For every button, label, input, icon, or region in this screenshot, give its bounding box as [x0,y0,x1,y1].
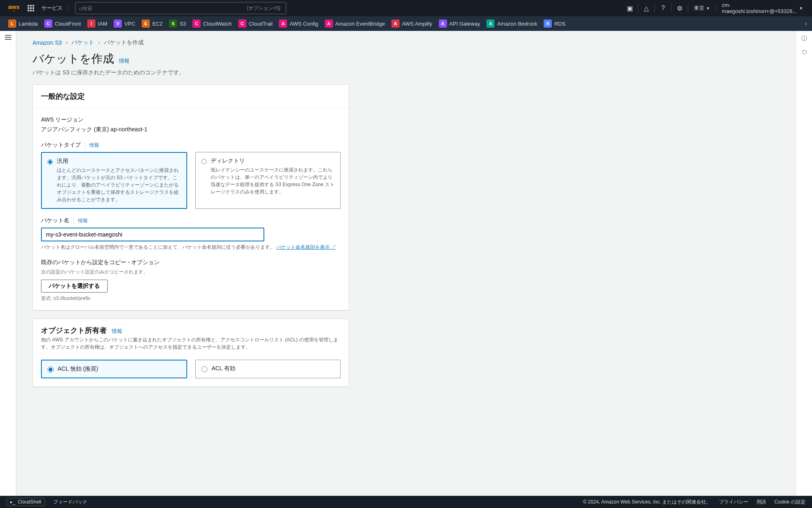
hamburger-icon [5,35,11,496]
shortcuts-scroll-right[interactable]: › [800,16,812,31]
service-icon: A [279,20,287,28]
services-menu-icon[interactable] [26,5,36,11]
bucket-type-general-desc: ほとんどのユースケースとアクセスパターンに推奨されます。汎用バケットが元の S3… [57,167,181,203]
page-title: バケットを作成 [32,51,114,67]
services-menu[interactable]: サービス [39,4,65,12]
account-menu[interactable]: cm-maegoshi.toshinori+@+53326...▼ [718,2,807,14]
help-icon[interactable]: ? [657,2,669,15]
service-shortcut[interactable]: AAPI Gateway [436,18,484,29]
service-icon: E [142,20,150,28]
bucket-type-directory-desc: 低レイテンシーのユースケースに推奨されます。これらのバケットは、単一のアベイラビ… [211,166,335,195]
acl-disabled-option[interactable]: ACL 無効 (推奨) [41,360,187,378]
service-label: CloudWatch [203,21,231,27]
bucket-type-general[interactable]: 汎用 ほとんどのユースケースとアクセスパターンに推奨されます。汎用バケットが元の… [41,152,187,209]
right-rail: ⓘ ⬡ [796,31,812,496]
settings-icon[interactable]: ⚙ [673,2,686,15]
service-icon: V [114,20,122,28]
service-shortcut[interactable]: CCloudTrail [235,18,276,29]
copy-settings-sub: 次の設定のバケット設定のみがコピーされます。 [41,269,341,276]
acl-disabled-title: ACL 無効 (推奨) [58,365,98,373]
service-icon: L [8,20,16,28]
service-label: CloudFront [55,21,81,27]
bucket-name-info[interactable]: 情報 [73,217,88,224]
select-bucket-button[interactable]: バケットを選択する [41,280,108,293]
service-label: Amazon EventBridge [335,21,385,27]
service-icon: C [238,20,246,28]
bucket-type-directory-radio[interactable] [201,158,207,165]
general-heading: 一般的な設定 [41,91,341,101]
acl-disabled-radio[interactable] [48,367,54,373]
search-icon: ⌕ [79,5,82,11]
service-shortcut[interactable]: IIAM [84,18,110,29]
bucket-type-general-radio[interactable] [48,159,53,165]
service-shortcut[interactable]: AAWS Config [276,18,321,29]
service-shortcut[interactable]: AAWS Amplify [388,18,436,29]
service-label: IAM [98,21,107,27]
bucket-type-general-title: 汎用 [57,158,181,165]
service-shortcut[interactable]: LLambda [5,18,41,29]
breadcrumb-buckets[interactable]: バケット [71,39,94,46]
chevron-right-icon: › [98,40,100,46]
region-selector[interactable]: 東京▼ [690,4,714,12]
naming-rules-link[interactable]: バケット命名規則を表示 ↗ [276,244,336,250]
acl-enabled-title: ACL 有効 [212,365,235,372]
service-icon: A [439,20,447,28]
service-label: Lambda [19,21,38,27]
info-panel-icon[interactable]: ⓘ [801,35,807,42]
bucket-type-directory-title: ディレクトリ [211,157,335,165]
copy-settings-label: 既存のバケットから設定をコピー - オプション [41,259,341,266]
main-content: Amazon S3 › バケット › バケットを作成 バケットを作成 情報 バケ… [16,31,796,496]
service-shortcut[interactable]: CCloudFront [41,18,84,29]
hexagon-icon[interactable]: ⬡ [802,49,807,55]
service-label: RDS [554,21,565,27]
breadcrumb: Amazon S3 › バケット › バケットを作成 [32,37,780,51]
bucket-name-input[interactable] [41,228,264,241]
service-icon: A [486,20,495,28]
region-value: アジアパシフィック (東京) ap-northeast-1 [41,126,341,133]
service-shortcut[interactable]: CCloudWatch [189,18,235,29]
bucket-name-label: バケット名 [41,217,69,224]
bucket-name-help: バケット名はグローバル名前空間内で一意であることに加えて、バケット命名規則に従う… [41,244,341,251]
sidebar-toggle[interactable] [0,31,16,496]
service-shortcut[interactable]: SS3 [166,18,189,29]
general-settings-panel: 一般的な設定 AWS リージョン アジアパシフィック (東京) ap-north… [32,85,349,310]
copy-format-help: 形式: s3://bucket/prefix [41,295,341,302]
service-shortcut[interactable]: RRDS [540,18,568,29]
chevron-right-icon: › [66,40,67,46]
search-input[interactable] [82,5,244,11]
search-box[interactable]: ⌕ [オプション+S] [75,2,286,14]
service-label: EC2 [152,21,162,27]
chevron-down-icon: ▼ [799,6,803,11]
notifications-icon[interactable]: △ [640,2,653,15]
object-ownership-desc: 他の AWS アカウントからこのバケットに書き込まれたオブジェクトの所有権と、ア… [41,336,341,351]
object-ownership-panel: オブジェクト所有者 情報 他の AWS アカウントからこのバケットに書き込まれた… [32,319,349,387]
service-label: API Gateway [449,21,480,27]
bucket-type-info[interactable]: 情報 [85,142,99,149]
service-shortcut[interactable]: AAmazon EventBridge [322,18,388,29]
acl-enabled-radio[interactable] [201,366,207,372]
service-label: Amazon Bedrock [497,21,537,27]
cloudshell-icon[interactable]: ▣ [623,2,636,15]
bucket-type-label: バケットタイプ [41,141,81,149]
acl-enabled-option[interactable]: ACL 有効 [195,360,341,378]
breadcrumb-current: バケットを作成 [104,39,144,46]
top-nav: aws ⌣ サービス ⌕ [オプション+S] ▣ △ ? ⚙ 東京▼ cm-ma… [0,0,812,16]
service-icon: C [192,20,201,28]
object-ownership-info[interactable]: 情報 [112,328,122,334]
service-shortcut[interactable]: AAmazon Bedrock [483,18,540,29]
service-label: S3 [179,21,186,27]
breadcrumb-root[interactable]: Amazon S3 [32,39,62,46]
service-shortcut[interactable]: EEC2 [138,18,166,29]
region-label: AWS リージョン [41,116,341,124]
service-icon: R [544,20,552,28]
service-shortcut[interactable]: VVPC [110,18,138,29]
service-icon: A [325,20,333,28]
bucket-type-directory[interactable]: ディレクトリ 低レイテンシーのユースケースに推奨されます。これらのバケットは、単… [195,152,341,209]
service-label: VPC [124,21,135,27]
search-hint: [オプション+S] [245,5,283,12]
page-info-link[interactable]: 情報 [119,58,130,64]
chevron-down-icon: ▼ [706,6,710,11]
external-link-icon: ↗ [331,244,336,250]
aws-logo[interactable]: aws ⌣ [5,4,23,13]
service-icon: S [169,20,177,28]
